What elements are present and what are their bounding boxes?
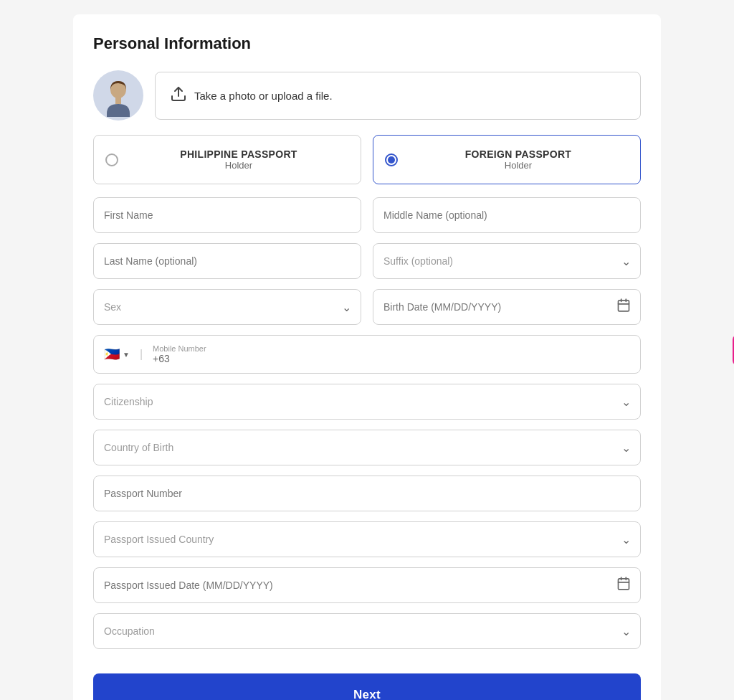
upload-box[interactable]: Take a photo or upload a file. xyxy=(155,72,641,120)
occupation-select[interactable]: Occupation xyxy=(93,613,641,649)
philippine-passport-title: PHILIPPINE PASSPORT xyxy=(180,148,297,160)
last-name-field xyxy=(93,243,361,279)
suffix-field: Suffix (optional) Jr. Sr. III IV ⌄ xyxy=(373,243,641,279)
flag-dropdown[interactable]: 🇵🇭 ▼ xyxy=(104,346,130,362)
upload-row: Take a photo or upload a file. xyxy=(93,70,641,120)
next-button[interactable]: Next xyxy=(93,673,641,700)
passport-issued-date-field xyxy=(93,567,641,603)
avatar xyxy=(93,70,143,120)
passport-type-row: PHILIPPINE PASSPORT Holder FOREIGN PASSP… xyxy=(93,135,641,184)
radio-inner xyxy=(388,156,395,164)
philippine-passport-sub: Holder xyxy=(225,160,252,171)
passport-issued-country-select[interactable]: Passport Issued Country xyxy=(93,521,641,557)
country-of-birth-select[interactable]: Country of Birth xyxy=(93,430,641,465)
philippine-passport-card[interactable]: PHILIPPINE PASSPORT Holder xyxy=(93,135,361,184)
occupation-field: Occupation ⌄ xyxy=(93,613,641,649)
passport-issued-country-field: Passport Issued Country ⌄ xyxy=(93,521,641,557)
country-of-birth-row: Country of Birth ⌄ xyxy=(93,430,641,465)
avatar-icon xyxy=(97,74,140,117)
sex-birthdate-row: Sex Male Female ⌄ xyxy=(93,289,641,325)
upload-icon xyxy=(170,85,187,106)
name-row xyxy=(93,197,641,233)
sex-select[interactable]: Sex Male Female xyxy=(93,289,361,325)
passport-number-row xyxy=(93,476,641,511)
first-name-field xyxy=(93,197,361,233)
last-name-row: Suffix (optional) Jr. Sr. III IV ⌄ xyxy=(93,243,641,279)
page-title: Personal Information xyxy=(93,34,641,53)
suffix-select[interactable]: Suffix (optional) Jr. Sr. III IV xyxy=(373,243,641,279)
passport-issued-date-input[interactable] xyxy=(93,567,641,603)
first-name-input[interactable] xyxy=(93,197,361,233)
occupation-row: Occupation ⌄ xyxy=(93,613,641,649)
passport-number-field xyxy=(93,476,641,511)
flag-chevron-icon: ▼ xyxy=(123,351,130,359)
last-name-input[interactable] xyxy=(93,243,361,279)
country-of-birth-field: Country of Birth ⌄ xyxy=(93,430,641,465)
page-container: Personal Information xyxy=(73,14,661,700)
mobile-divider: | xyxy=(140,348,143,361)
foreign-passport-sub: Holder xyxy=(505,160,532,171)
philippine-radio[interactable] xyxy=(105,153,118,166)
mobile-label: Mobile Number xyxy=(153,344,206,353)
foreign-radio[interactable] xyxy=(385,153,398,166)
citizenship-select[interactable]: Citizenship xyxy=(93,384,641,420)
foreign-passport-card[interactable]: FOREIGN PASSPORT Holder xyxy=(373,135,641,184)
sex-field: Sex Male Female ⌄ xyxy=(93,289,361,325)
upload-label: Take a photo or upload a file. xyxy=(194,90,333,102)
passport-issued-country-row: Passport Issued Country ⌄ xyxy=(93,521,641,557)
svg-rect-1 xyxy=(115,98,121,104)
birth-date-input[interactable] xyxy=(373,289,641,325)
middle-name-input[interactable] xyxy=(373,197,641,233)
mobile-code: +63 xyxy=(153,353,206,364)
middle-name-field xyxy=(373,197,641,233)
foreign-passport-title: FOREIGN PASSPORT xyxy=(465,148,571,160)
citizenship-row: Citizenship ⌄ xyxy=(93,384,641,420)
passport-issued-date-row xyxy=(93,567,641,603)
ph-flag-icon: 🇵🇭 xyxy=(104,346,120,362)
passport-number-input[interactable] xyxy=(93,476,641,511)
birth-date-field xyxy=(373,289,641,325)
citizenship-field: Citizenship ⌄ xyxy=(93,384,641,420)
mobile-field[interactable]: 🇵🇭 ▼ | Mobile Number +63 xyxy=(93,335,641,374)
